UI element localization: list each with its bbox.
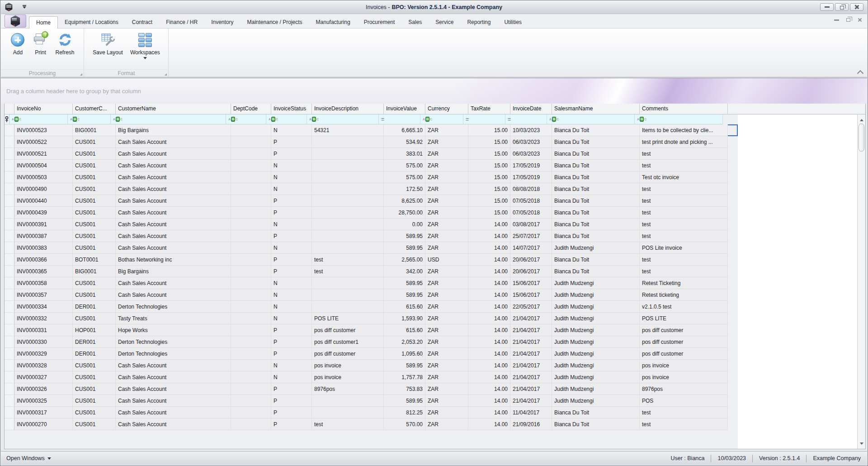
cell-deptcode[interactable] [231, 171, 271, 183]
cell-salesmanname[interactable]: Bianca Du Toit [552, 230, 640, 242]
cell-invoicedate[interactable]: 21/04/2017 [510, 371, 552, 383]
cell-invoicedescription[interactable] [312, 277, 384, 289]
filter-cell-invoicedate[interactable]: = [505, 114, 547, 124]
cell-invoicestatus[interactable]: P [271, 348, 312, 360]
cell-invoicevalue[interactable]: 534.92 [384, 136, 425, 148]
cell-invoicedescription[interactable]: pos diff customer [312, 348, 384, 360]
cell-customerc[interactable]: HOP001 [73, 324, 116, 336]
cell-salesmanname[interactable]: Judith Mudzengi [552, 395, 640, 407]
cell-salesmanname[interactable]: Judith Mudzengi [552, 324, 640, 336]
filter-cell-customerc[interactable]: ABC [68, 114, 111, 124]
cell-customername[interactable]: Derton Technologies [116, 348, 231, 360]
cell-deptcode[interactable] [231, 183, 271, 195]
cell-invoicestatus[interactable]: N [271, 313, 312, 324]
cell-invoicestatus[interactable]: P [271, 336, 312, 348]
filter-cell-invoicevalue[interactable]: = [379, 114, 420, 124]
filter-cell-customername[interactable]: ABC [111, 114, 226, 124]
cell-invoicedate[interactable]: 21/04/2017 [510, 395, 552, 407]
cell-customerc[interactable]: CUS001 [73, 418, 116, 430]
cell-deptcode[interactable] [231, 219, 271, 230]
cell-invoicedate[interactable]: 15/06/2017 [510, 289, 552, 301]
column-header-invoicevalue[interactable]: InvoiceValue [384, 104, 425, 114]
cell-customername[interactable]: Cash Sales Account [116, 207, 231, 219]
cell-invoicevalue[interactable]: 575.00 [384, 160, 425, 171]
cell-customerc[interactable]: BIG0001 [73, 124, 116, 136]
tab-utilities[interactable]: Utilities [497, 17, 528, 28]
filter-cell-taxrate[interactable]: = [463, 114, 505, 124]
invoice-row-INV0000357[interactable]: INV0000357CUS001Cash Sales AccountN589.9… [5, 289, 738, 301]
cell-customerc[interactable]: CUS001 [73, 383, 116, 395]
cell-taxrate[interactable]: 14.00 [468, 266, 510, 277]
cell-invoicedescription[interactable]: test [312, 418, 384, 430]
cell-salesmanname[interactable]: Judith Mudzengi [552, 336, 640, 348]
app-menu-button[interactable] [5, 14, 26, 28]
cell-taxrate[interactable]: 14.00 [468, 407, 510, 418]
cell-salesmanname[interactable]: Judith Mudzengi [552, 360, 640, 371]
cell-invoicedate[interactable]: 14/07/2017 [510, 242, 552, 254]
cell-invoicedescription[interactable] [312, 242, 384, 254]
cell-customerc[interactable]: CUS001 [73, 219, 116, 230]
cell-deptcode[interactable] [231, 136, 271, 148]
cell-invoicevalue[interactable]: 1,593.90 [384, 313, 425, 324]
group-by-panel[interactable]: Drag a column header here to group by th… [1, 78, 867, 104]
cell-customerc[interactable]: CUS001 [73, 171, 116, 183]
cell-taxrate[interactable]: 15.00 [468, 136, 510, 148]
cell-taxrate[interactable]: 15.00 [468, 207, 510, 219]
cell-customerc[interactable]: CUS001 [73, 289, 116, 301]
cell-taxrate[interactable]: 14.00 [468, 230, 510, 242]
tab-equipment-locations[interactable]: Equipment / Locations [58, 17, 125, 28]
cell-customerc[interactable]: CUS001 [73, 207, 116, 219]
invoice-row-INV0000332[interactable]: INV0000332CUS001Tasty TreatsNPOS LITE1,5… [5, 313, 738, 324]
cell-invoicedate[interactable]: 22/05/2017 [510, 301, 552, 313]
cell-customername[interactable]: Cash Sales Account [116, 395, 231, 407]
filter-indicator-cell[interactable] [5, 114, 9, 124]
cell-invoiceno[interactable]: INV0000329 [14, 348, 73, 360]
invoice-row-INV0000329[interactable]: INV0000329DER001Derton TechnologiesPpos … [5, 348, 738, 360]
cell-customername[interactable]: Cash Sales Account [116, 136, 231, 148]
cell-deptcode[interactable] [231, 242, 271, 254]
cell-invoicestatus[interactable]: N [271, 160, 312, 171]
cell-customerc[interactable]: CUS001 [73, 160, 116, 171]
invoice-row-INV0000387[interactable]: INV0000387CUS001Cash Sales AccountP589.9… [5, 230, 738, 242]
cell-customername[interactable]: Cash Sales Account [116, 219, 231, 230]
cell-customerc[interactable]: CUS001 [73, 395, 116, 407]
cell-invoicevalue[interactable]: 575.00 [384, 171, 425, 183]
cell-invoicestatus[interactable]: N [271, 360, 312, 371]
cell-currency[interactable]: ZAR [425, 371, 468, 383]
cell-invoicevalue[interactable]: 6,665.10 [384, 124, 425, 136]
cell-invoicestatus[interactable]: P [271, 136, 312, 148]
cell-invoicedate[interactable]: 21/04/2017 [510, 313, 552, 324]
cell-taxrate[interactable]: 15.00 [468, 160, 510, 171]
cell-invoicedescription[interactable] [312, 407, 384, 418]
cell-salesmanname[interactable]: Judith Mudzengi [552, 371, 640, 383]
cell-invoicedate[interactable]: 07/05/2018 [510, 207, 552, 219]
cell-deptcode[interactable] [231, 407, 271, 418]
cell-comments[interactable]: test [640, 183, 728, 195]
cell-customername[interactable]: Tasty Treats [116, 313, 231, 324]
cell-deptcode[interactable] [231, 395, 271, 407]
cell-invoicedate[interactable]: 21/04/2017 [510, 336, 552, 348]
filter-cell-comments[interactable]: ABC [635, 114, 723, 124]
cell-invoicestatus[interactable]: P [271, 195, 312, 207]
save-layout-button[interactable]: Save Layout [90, 31, 125, 62]
cell-invoicevalue[interactable]: 2,053.20 [384, 336, 425, 348]
invoice-row-INV0000521[interactable]: INV0000521CUS001Cash Sales AccountP383.0… [5, 148, 738, 160]
cell-salesmanname[interactable]: Bianca Du Toit [552, 160, 640, 171]
invoice-row-INV0000358[interactable]: INV0000358CUS001Cash Sales AccountN589.9… [5, 277, 738, 289]
cell-invoiceno[interactable]: INV0000503 [14, 171, 73, 183]
cell-invoicestatus[interactable]: N [271, 242, 312, 254]
cell-invoicestatus[interactable]: N [271, 289, 312, 301]
cell-customerc[interactable]: BOT0001 [73, 254, 116, 266]
cell-salesmanname[interactable]: Judith Mudzengi [552, 348, 640, 360]
cell-invoicedate[interactable]: 15/06/2017 [510, 277, 552, 289]
cell-salesmanname[interactable]: Judith Mudzengi [552, 313, 640, 324]
cell-currency[interactable]: USD [425, 254, 468, 266]
cell-customerc[interactable]: CUS001 [73, 277, 116, 289]
cell-invoicedescription[interactable] [312, 183, 384, 195]
cell-comments[interactable]: test [640, 407, 728, 418]
cell-deptcode[interactable] [231, 289, 271, 301]
cell-customername[interactable]: Hope Works [116, 324, 231, 336]
cell-invoicevalue[interactable]: 589.95 [384, 277, 425, 289]
cell-invoicestatus[interactable]: N [271, 219, 312, 230]
cell-invoicestatus[interactable]: N [271, 171, 312, 183]
